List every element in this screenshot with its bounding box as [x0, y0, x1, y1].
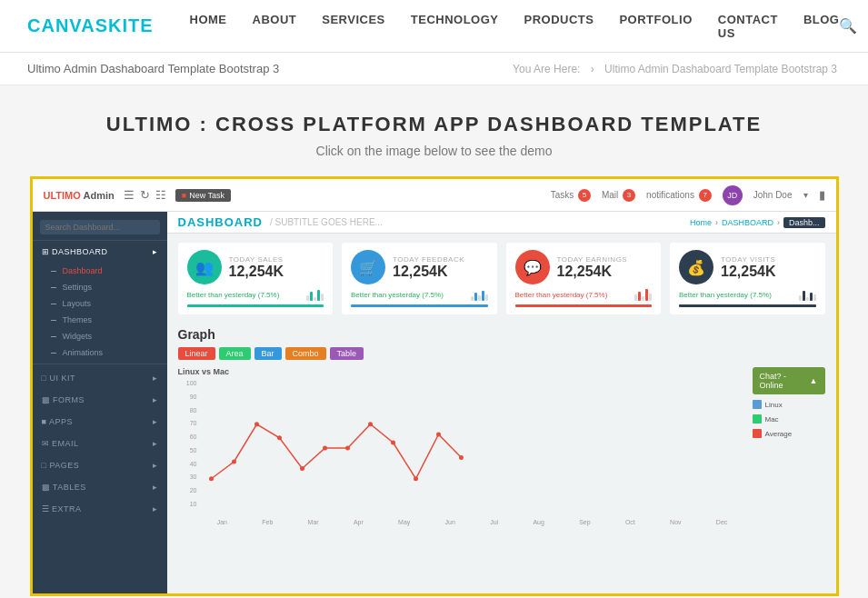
- chart-x-labels: JanFebMarAprMayJunJulAugSepOctNovDec: [200, 519, 745, 525]
- sidebar-search: [33, 212, 167, 241]
- sidebar-section-dashboard: ⊞ DASHBOARD ▸ Dashboard Settings Layouts…: [33, 241, 167, 361]
- tab-table[interactable]: Table: [330, 347, 364, 360]
- sidebar-header-pages[interactable]: □ PAGES▸: [33, 454, 167, 476]
- visits-icon: 💰: [679, 250, 713, 284]
- stat-cards: 👥 TODAY SALES 12,254K Better than yester…: [167, 234, 836, 324]
- sidebar-item-layouts[interactable]: Layouts: [33, 295, 167, 312]
- chart-wrapper: 100 90 80 70 60 50 40 30 20 10: [178, 380, 745, 525]
- nav-portfolio[interactable]: PORTFOLIO: [619, 13, 692, 40]
- admin-username: John Doe: [753, 190, 793, 200]
- chart-right: Chat? - Online ▲ Linux Mac: [753, 367, 825, 525]
- breadcrumb-bar: Ultimo Admin Dashaboard Template Bootstr…: [0, 53, 868, 85]
- feedback-icon: 🛒: [351, 250, 385, 284]
- admin-layout: ⊞ DASHBOARD ▸ Dashboard Settings Layouts…: [33, 212, 836, 593]
- tab-area[interactable]: Area: [219, 347, 251, 360]
- nav-links: HOME ABOUT SERVICES TECHNOLOGY PRODUCTS …: [190, 13, 840, 40]
- tab-bar[interactable]: Bar: [254, 347, 282, 360]
- legend-average: Average: [753, 429, 825, 438]
- nav-services[interactable]: SERVICES: [322, 13, 385, 40]
- nav-home[interactable]: HOME: [190, 13, 227, 40]
- nav-products[interactable]: PRODUCTS: [524, 13, 594, 40]
- tab-linear[interactable]: Linear: [178, 347, 215, 360]
- sidebar-header-tables[interactable]: ▩ TABLES▸: [33, 476, 167, 498]
- sidebar-item-dashboard[interactable]: Dashboard: [33, 263, 167, 279]
- tab-combo[interactable]: Combo: [285, 347, 326, 360]
- sidebar-header-forms[interactable]: ▩ FORMS▸: [33, 389, 167, 411]
- graph-tabs: Linear Area Bar Combo Table: [178, 347, 825, 360]
- earnings-icon: 💬: [515, 250, 550, 284]
- admin-page-sub: / SUBTITLE GOES HERE...: [270, 217, 383, 227]
- sidebar-item-widgets[interactable]: Widgets: [33, 328, 167, 344]
- admin-topbar: DASHBOARD / SUBTITLE GOES HERE... Home ›…: [167, 212, 836, 234]
- stat-card-feedback: 🛒 TODAY FEEDBACK 12,254K Better than yes…: [342, 243, 497, 314]
- legend-mac: Mac: [753, 414, 825, 424]
- feedback-label: TODAY FEEDBACK: [393, 255, 488, 264]
- nav-blog[interactable]: BLOG: [803, 13, 840, 40]
- visits-label: TODAY VISITS: [721, 255, 816, 264]
- nav-technology[interactable]: TECHNOLOGY: [411, 13, 499, 40]
- feedback-bars: [471, 288, 488, 301]
- chart-title: Linux vs Mac: [178, 367, 745, 376]
- admin-sidebar: ⊞ DASHBOARD ▸ Dashboard Settings Layouts…: [33, 212, 167, 593]
- earnings-footer: Better than yesterday (7.5%): [515, 288, 653, 301]
- admin-avatar: JD: [723, 185, 743, 205]
- nav-contact[interactable]: CONTACT US: [718, 13, 778, 40]
- page-title: ULTIMO : CROSS PLATFORM APP DASHBOARD TE…: [106, 113, 762, 136]
- chart-container: Linux vs Mac 100 90 80 70 60 50: [178, 367, 825, 525]
- chat-icon[interactable]: ▮: [819, 188, 825, 202]
- sidebar-item-settings[interactable]: Settings: [33, 279, 167, 295]
- demo-frame[interactable]: ULTIMO Admin ☰ ↻ ☷ ■ New Task Tasks 5 Ma…: [30, 176, 839, 596]
- menu-icon[interactable]: ☰: [124, 188, 135, 202]
- breadcrumb-path: Ultimo Admin Dashaboard Template Bootstr…: [604, 63, 837, 75]
- visits-bars: [799, 288, 816, 301]
- sidebar-header-dashboard[interactable]: ⊞ DASHBOARD ▸: [33, 241, 167, 263]
- sidebar-item-themes[interactable]: Themes: [33, 312, 167, 328]
- chart-area: Linux vs Mac 100 90 80 70 60 50: [178, 367, 745, 525]
- sidebar-header-uikit[interactable]: □ UI KIT▸: [33, 367, 167, 389]
- admin-right: Tasks 5 Mail 3 notifications 7 JD John D…: [551, 185, 825, 205]
- admin-brand: ULTIMO Admin: [44, 190, 115, 201]
- breadcrumb-right: You Are Here: › Ultimo Admin Dashaboard …: [509, 63, 841, 75]
- sidebar-search-input[interactable]: [40, 220, 160, 234]
- visits-footer: Better than yesterday (7.5%): [679, 288, 816, 301]
- legend-linux: Linux: [753, 400, 825, 409]
- earnings-value: 12,254K: [557, 264, 653, 280]
- you-are-here: You Are Here:: [513, 63, 580, 75]
- chart-bars: [200, 380, 745, 507]
- sales-label: TODAY SALES: [229, 255, 324, 264]
- chat-box[interactable]: Chat? - Online ▲: [753, 367, 825, 394]
- admin-icons: ☰ ↻ ☷: [124, 188, 166, 202]
- sidebar-header-apps[interactable]: ■ APPS▸: [33, 411, 167, 433]
- breadcrumb-title: Ultimo Admin Dashaboard Template Bootstr…: [27, 62, 279, 75]
- admin-breadcrumb: Home › DASHBOARD › Dashb...: [690, 217, 825, 228]
- admin-header: ULTIMO Admin ☰ ↻ ☷ ■ New Task Tasks 5 Ma…: [33, 179, 836, 212]
- feedback-footer: Better than yesterday (7.5%): [351, 288, 488, 301]
- brand-logo[interactable]: CANVASKITE: [27, 15, 154, 36]
- search-icon[interactable]: 🔍: [839, 17, 857, 35]
- feedback-value: 12,254K: [393, 264, 488, 280]
- admin-main: DASHBOARD / SUBTITLE GOES HERE... Home ›…: [167, 212, 836, 593]
- sales-value: 12,254K: [229, 264, 324, 280]
- sidebar-item-animations[interactable]: Animations: [33, 344, 167, 361]
- earnings-label: TODAY EARNINGS: [557, 255, 653, 264]
- page-subtitle: Click on the image below to see the demo: [316, 144, 553, 158]
- earnings-bars: [634, 288, 652, 301]
- main-content: ULTIMO : CROSS PLATFORM APP DASHBOARD TE…: [0, 85, 868, 598]
- chart-y-labels: 100 90 80 70 60 50 40 30 20 10: [178, 380, 200, 507]
- sales-bars: [306, 288, 324, 301]
- stat-card-visits: 💰 TODAY VISITS 12,254K Better than yeste…: [670, 243, 825, 314]
- sales-icon: 👥: [187, 250, 222, 284]
- graph-title: Graph: [178, 327, 825, 342]
- sidebar-header-extra[interactable]: ☰ EXTRA▸: [33, 498, 167, 520]
- grid-icon[interactable]: ☷: [155, 188, 166, 202]
- sales-footer: Better than yesterday (7.5%): [187, 288, 324, 301]
- sidebar-header-email[interactable]: ✉ EMAIL▸: [33, 433, 167, 454]
- new-task-button[interactable]: ■ New Task: [175, 189, 231, 202]
- stat-card-earnings: 💬 TODAY EARNINGS 12,254K Better than yes…: [506, 243, 662, 314]
- visits-value: 12,254K: [721, 264, 816, 280]
- admin-page-title: DASHBOARD: [178, 215, 264, 229]
- stat-card-sales: 👥 TODAY SALES 12,254K Better than yester…: [178, 243, 334, 314]
- refresh-icon[interactable]: ↻: [140, 188, 150, 202]
- navbar: CANVASKITE HOME ABOUT SERVICES TECHNOLOG…: [0, 0, 868, 53]
- nav-about[interactable]: ABOUT: [253, 13, 297, 40]
